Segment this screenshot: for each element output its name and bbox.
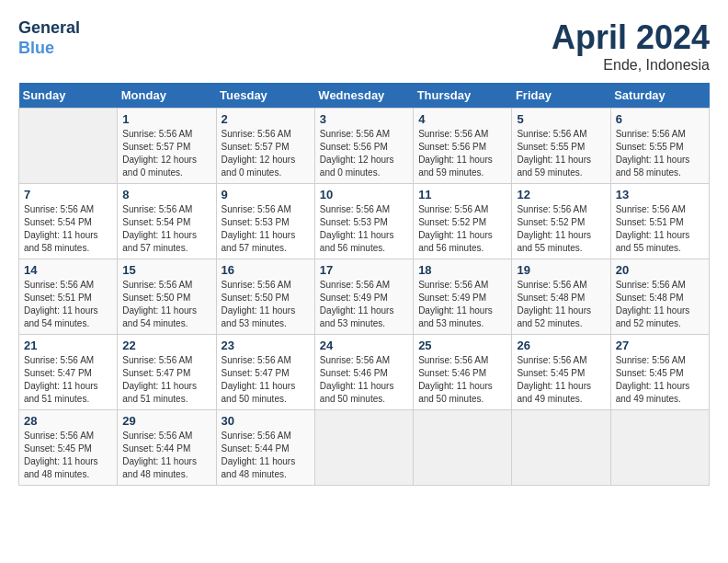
logo-blue: Blue (18, 39, 80, 59)
calendar-cell: 25Sunrise: 5:56 AMSunset: 5:46 PMDayligh… (414, 335, 512, 410)
calendar-cell (19, 109, 118, 184)
day-info: Sunrise: 5:56 AMSunset: 5:44 PMDaylight:… (222, 430, 310, 481)
day-info: Sunrise: 5:56 AMSunset: 5:46 PMDaylight:… (320, 354, 408, 406)
calendar-cell: 5Sunrise: 5:56 AMSunset: 5:55 PMDaylight… (512, 109, 610, 184)
day-number: 25 (418, 339, 506, 352)
day-info: Sunrise: 5:56 AMSunset: 5:48 PMDaylight:… (517, 279, 605, 330)
calendar-cell: 2Sunrise: 5:56 AMSunset: 5:57 PMDaylight… (216, 109, 314, 184)
day-number: 16 (222, 263, 310, 277)
day-number: 28 (24, 414, 112, 428)
title-block: April 2024 Ende, Indonesia (552, 18, 710, 74)
day-header-tuesday: Tuesday (216, 83, 314, 109)
calendar-cell: 11Sunrise: 5:56 AMSunset: 5:52 PMDayligh… (414, 184, 512, 259)
calendar-cell: 23Sunrise: 5:56 AMSunset: 5:47 PMDayligh… (216, 335, 314, 410)
day-info: Sunrise: 5:56 AMSunset: 5:49 PMDaylight:… (320, 279, 408, 330)
calendar-cell: 6Sunrise: 5:56 AMSunset: 5:55 PMDaylight… (610, 109, 709, 184)
calendar-cell: 27Sunrise: 5:56 AMSunset: 5:45 PMDayligh… (610, 335, 709, 410)
calendar-cell: 16Sunrise: 5:56 AMSunset: 5:50 PMDayligh… (216, 259, 314, 335)
calendar-cell: 9Sunrise: 5:56 AMSunset: 5:53 PMDaylight… (216, 184, 314, 259)
calendar-cell: 15Sunrise: 5:56 AMSunset: 5:50 PMDayligh… (118, 259, 216, 335)
day-info: Sunrise: 5:56 AMSunset: 5:49 PMDaylight:… (418, 279, 506, 330)
day-info: Sunrise: 5:56 AMSunset: 5:51 PMDaylight:… (616, 203, 704, 255)
day-info: Sunrise: 5:56 AMSunset: 5:45 PMDaylight:… (517, 354, 605, 406)
day-number: 15 (122, 263, 210, 277)
calendar-cell: 12Sunrise: 5:56 AMSunset: 5:52 PMDayligh… (512, 184, 610, 259)
day-info: Sunrise: 5:56 AMSunset: 5:53 PMDaylight:… (222, 203, 310, 255)
day-info: Sunrise: 5:56 AMSunset: 5:48 PMDaylight:… (616, 279, 704, 330)
calendar-cell: 13Sunrise: 5:56 AMSunset: 5:51 PMDayligh… (610, 184, 709, 259)
day-number: 7 (24, 188, 112, 201)
calendar-cell: 4Sunrise: 5:56 AMSunset: 5:56 PMDaylight… (414, 109, 512, 184)
day-number: 17 (320, 263, 408, 277)
logo-general: General (18, 18, 80, 39)
calendar-cell: 19Sunrise: 5:56 AMSunset: 5:48 PMDayligh… (512, 259, 610, 335)
calendar-cell (414, 410, 512, 486)
calendar-cell: 3Sunrise: 5:56 AMSunset: 5:56 PMDaylight… (314, 109, 413, 184)
day-info: Sunrise: 5:56 AMSunset: 5:54 PMDaylight:… (122, 203, 210, 255)
day-number: 24 (320, 339, 408, 352)
day-header-monday: Monday (118, 83, 216, 109)
day-number: 30 (222, 414, 310, 428)
day-info: Sunrise: 5:56 AMSunset: 5:54 PMDaylight:… (24, 203, 112, 255)
day-info: Sunrise: 5:56 AMSunset: 5:45 PMDaylight:… (24, 430, 112, 481)
calendar-cell: 24Sunrise: 5:56 AMSunset: 5:46 PMDayligh… (314, 335, 413, 410)
day-header-saturday: Saturday (610, 83, 709, 109)
day-number: 20 (616, 263, 704, 277)
calendar-cell: 22Sunrise: 5:56 AMSunset: 5:47 PMDayligh… (118, 335, 216, 410)
calendar-cell (610, 410, 709, 486)
day-number: 4 (418, 112, 506, 126)
day-info: Sunrise: 5:56 AMSunset: 5:55 PMDaylight:… (517, 128, 605, 179)
month-title: April 2024 (552, 18, 710, 57)
day-header-sunday: Sunday (19, 83, 118, 109)
day-number: 29 (122, 414, 210, 428)
logo: General Blue (18, 18, 80, 58)
calendar-table: SundayMondayTuesdayWednesdayThursdayFrid… (18, 83, 710, 486)
calendar-week-1: 1Sunrise: 5:56 AMSunset: 5:57 PMDaylight… (19, 109, 710, 184)
day-info: Sunrise: 5:56 AMSunset: 5:57 PMDaylight:… (122, 128, 210, 179)
calendar-cell (512, 410, 610, 486)
day-info: Sunrise: 5:56 AMSunset: 5:52 PMDaylight:… (418, 203, 506, 255)
calendar-cell: 10Sunrise: 5:56 AMSunset: 5:53 PMDayligh… (314, 184, 413, 259)
day-number: 6 (616, 112, 704, 126)
calendar-cell: 14Sunrise: 5:56 AMSunset: 5:51 PMDayligh… (19, 259, 118, 335)
day-number: 21 (24, 339, 112, 352)
day-number: 5 (517, 112, 605, 126)
day-number: 3 (320, 112, 408, 126)
day-number: 27 (616, 339, 704, 352)
day-number: 18 (418, 263, 506, 277)
day-number: 10 (320, 188, 408, 201)
calendar-cell: 30Sunrise: 5:56 AMSunset: 5:44 PMDayligh… (216, 410, 314, 486)
calendar-cell: 28Sunrise: 5:56 AMSunset: 5:45 PMDayligh… (19, 410, 118, 486)
calendar-week-5: 28Sunrise: 5:56 AMSunset: 5:45 PMDayligh… (19, 410, 710, 486)
day-number: 1 (122, 112, 210, 126)
day-number: 22 (122, 339, 210, 352)
location-subtitle: Ende, Indonesia (552, 57, 710, 74)
day-info: Sunrise: 5:56 AMSunset: 5:55 PMDaylight:… (616, 128, 704, 179)
day-info: Sunrise: 5:56 AMSunset: 5:50 PMDaylight:… (122, 279, 210, 330)
day-header-wednesday: Wednesday (314, 83, 413, 109)
day-info: Sunrise: 5:56 AMSunset: 5:47 PMDaylight:… (122, 354, 210, 406)
day-info: Sunrise: 5:56 AMSunset: 5:47 PMDaylight:… (24, 354, 112, 406)
day-number: 23 (222, 339, 310, 352)
day-number: 2 (222, 112, 310, 126)
day-info: Sunrise: 5:56 AMSunset: 5:50 PMDaylight:… (222, 279, 310, 330)
day-info: Sunrise: 5:56 AMSunset: 5:53 PMDaylight:… (320, 203, 408, 255)
day-info: Sunrise: 5:56 AMSunset: 5:46 PMDaylight:… (418, 354, 506, 406)
day-info: Sunrise: 5:56 AMSunset: 5:51 PMDaylight:… (24, 279, 112, 330)
day-header-friday: Friday (512, 83, 610, 109)
day-info: Sunrise: 5:56 AMSunset: 5:52 PMDaylight:… (517, 203, 605, 255)
calendar-header-row: SundayMondayTuesdayWednesdayThursdayFrid… (19, 83, 710, 109)
day-header-thursday: Thursday (414, 83, 512, 109)
page-header: General Blue April 2024 Ende, Indonesia (18, 18, 710, 74)
day-number: 8 (122, 188, 210, 201)
day-number: 11 (418, 188, 506, 201)
day-number: 13 (616, 188, 704, 201)
calendar-cell (314, 410, 413, 486)
calendar-week-3: 14Sunrise: 5:56 AMSunset: 5:51 PMDayligh… (19, 259, 710, 335)
calendar-cell: 1Sunrise: 5:56 AMSunset: 5:57 PMDaylight… (118, 109, 216, 184)
calendar-cell: 8Sunrise: 5:56 AMSunset: 5:54 PMDaylight… (118, 184, 216, 259)
calendar-cell: 18Sunrise: 5:56 AMSunset: 5:49 PMDayligh… (414, 259, 512, 335)
day-number: 9 (222, 188, 310, 201)
day-info: Sunrise: 5:56 AMSunset: 5:57 PMDaylight:… (222, 128, 310, 179)
calendar-cell: 7Sunrise: 5:56 AMSunset: 5:54 PMDaylight… (19, 184, 118, 259)
